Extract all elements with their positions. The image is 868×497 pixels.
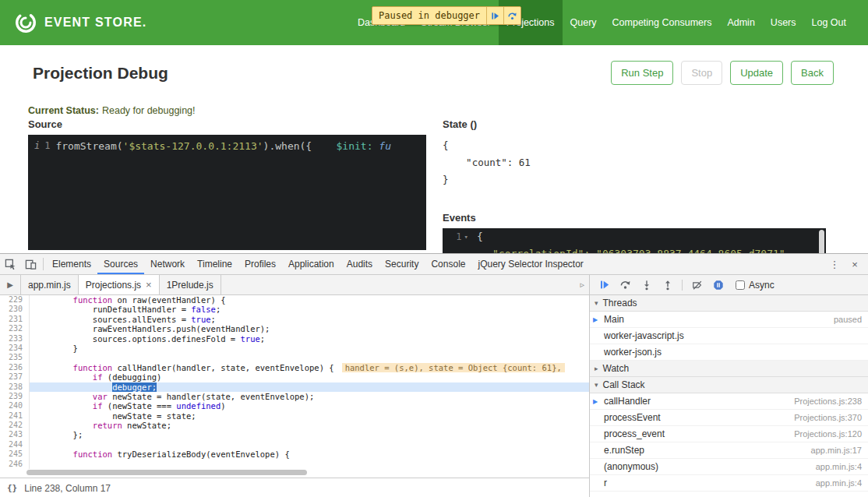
deactivate-breakpoints-button[interactable] — [687, 277, 707, 294]
call-stack-frame[interactable]: rapp.min.js:4 — [590, 475, 868, 492]
logo[interactable]: EVENT STORE. — [14, 11, 146, 34]
threads-section-header[interactable]: ▾ Threads — [590, 295, 868, 312]
code-line[interactable]: 231 sources.allEvents = true; — [0, 315, 589, 324]
frame-location[interactable]: app.min.js:17 — [811, 446, 862, 455]
back-button[interactable]: Back — [791, 61, 834, 85]
line-number[interactable]: 244 — [0, 440, 30, 449]
frame-location[interactable]: Projections.js:120 — [794, 429, 862, 439]
code-line[interactable]: 241 newState = state; — [0, 411, 589, 421]
code-line[interactable]: 240 if (newState === undefined) — [0, 401, 589, 411]
code-line[interactable]: 229 function on_raw(eventHandler) { — [0, 295, 589, 305]
tab-jquery-selector-inspector[interactable]: jQuery Selector Inspector — [471, 254, 589, 274]
line-number[interactable]: 231 — [0, 315, 30, 324]
banner-step-over-button[interactable] — [503, 7, 520, 24]
nav-item-users[interactable]: Users — [763, 0, 804, 45]
file-tab-1prelude-js[interactable]: 1Prelude.js — [160, 275, 221, 294]
devtools-close-icon[interactable]: × — [845, 254, 865, 274]
tab-elements[interactable]: Elements — [46, 254, 97, 274]
line-number[interactable]: 235 — [0, 353, 30, 362]
frame-location[interactable]: app.min.js:4 — [816, 462, 862, 471]
code-editor[interactable]: 229 function on_raw(eventHandler) {230 r… — [0, 295, 589, 478]
call-stack-frame[interactable]: ▶callHandlerProjections.js:238 — [590, 393, 868, 410]
nav-item-competing-consumers[interactable]: Competing Consumers — [605, 0, 720, 45]
line-number[interactable]: 241 — [0, 411, 30, 421]
line-number[interactable]: 242 — [0, 421, 30, 430]
frame-location[interactable]: Projections.js:370 — [794, 413, 862, 422]
tab-security[interactable]: Security — [379, 254, 425, 274]
line-number[interactable]: 233 — [0, 334, 30, 344]
code-line[interactable]: 232 rawEventHandlers.push(eventHandler); — [0, 324, 589, 333]
show-navigator-icon[interactable]: ▶ — [0, 275, 21, 294]
code-line[interactable]: 242 return newState; — [0, 421, 589, 430]
code-line[interactable]: 244 — [0, 440, 589, 449]
horizontal-scrollbar[interactable] — [26, 470, 307, 475]
code-line[interactable]: 234 } — [0, 344, 589, 353]
pretty-print-button[interactable]: {} — [7, 483, 17, 493]
line-number[interactable]: 238 — [0, 382, 30, 392]
line-number[interactable]: 243 — [0, 430, 30, 439]
code-line[interactable]: 245 function tryDeserializeBody(eventEnv… — [0, 449, 589, 459]
tab-application[interactable]: Application — [282, 254, 340, 274]
code-line[interactable]: 235 — [0, 353, 589, 362]
code-line[interactable]: 239 var newState = handler(state, eventE… — [0, 392, 589, 401]
code-line[interactable]: 243 }; — [0, 430, 589, 439]
run-step-button[interactable]: Run Step — [611, 61, 673, 85]
banner-resume-button[interactable] — [486, 7, 503, 24]
panel-toggle-icon[interactable]: ▹ — [580, 275, 589, 294]
resume-script-button[interactable] — [595, 277, 614, 294]
events-editor[interactable]: 1 ▾ { "correlationId": "06303703-8837-44… — [443, 228, 826, 253]
async-toggle[interactable]: Async — [736, 280, 774, 291]
line-number[interactable]: 240 — [0, 401, 30, 411]
line-number[interactable]: 237 — [0, 372, 30, 382]
line-number[interactable]: 245 — [0, 449, 30, 459]
thread-row[interactable]: worker-javascript.js — [590, 328, 868, 344]
call-stack-frame[interactable]: process_eventProjections.js:120 — [590, 426, 868, 442]
step-over-button[interactable] — [616, 277, 635, 294]
nav-item-query[interactable]: Query — [563, 0, 605, 45]
thread-row[interactable]: ▶Mainpaused — [590, 312, 868, 328]
code-line[interactable]: 230 runDefaultHandler = false; — [0, 305, 589, 314]
device-toolbar-icon[interactable] — [20, 254, 41, 274]
code-line[interactable]: 236 function callHandler(handler, state,… — [0, 363, 589, 372]
nav-item-log-out[interactable]: Log Out — [804, 0, 854, 45]
step-out-button[interactable] — [658, 277, 677, 294]
pause-on-exceptions-button[interactable] — [708, 277, 728, 294]
code-line[interactable]: 237 if (debugging) — [0, 372, 589, 382]
thread-row[interactable]: worker-json.js — [590, 344, 868, 361]
close-file-icon[interactable]: × — [146, 279, 152, 291]
frame-location[interactable]: app.min.js:4 — [816, 478, 862, 488]
call-stack-frame[interactable]: (anonymous)app.min.js:4 — [590, 459, 868, 475]
frame-location[interactable]: Projections.js:238 — [794, 397, 862, 406]
update-button[interactable]: Update — [730, 61, 783, 85]
line-number[interactable]: 230 — [0, 305, 30, 314]
step-into-button[interactable] — [637, 277, 656, 294]
events-scrollbar[interactable] — [819, 230, 824, 253]
tab-network[interactable]: Network — [144, 254, 191, 274]
tab-audits[interactable]: Audits — [340, 254, 379, 274]
fold-caret-icon[interactable]: ▾ — [464, 228, 468, 245]
line-number[interactable]: 229 — [0, 295, 30, 305]
tab-profiles[interactable]: Profiles — [238, 254, 282, 274]
async-checkbox[interactable] — [736, 280, 745, 290]
line-number[interactable]: 232 — [0, 324, 30, 333]
call-stack-frame[interactable]: e.runStepapp.min.js:17 — [590, 442, 868, 459]
file-tab-projections-js[interactable]: Projections.js× — [79, 275, 160, 294]
tab-sources[interactable]: Sources — [97, 254, 144, 274]
call-stack-frame[interactable]: processEventProjections.js:370 — [590, 410, 868, 426]
code-line[interactable]: 246 — [0, 460, 589, 469]
tab-console[interactable]: Console — [425, 254, 471, 274]
line-number[interactable]: 239 — [0, 392, 30, 401]
nav-item-admin[interactable]: Admin — [719, 0, 762, 45]
code-line[interactable]: 238 debugger; — [0, 382, 589, 392]
inspect-element-icon[interactable] — [0, 254, 20, 274]
tab-timeline[interactable]: Timeline — [191, 254, 238, 274]
call-stack-section-header[interactable]: ▾ Call Stack — [590, 377, 868, 393]
source-code-editor[interactable]: i 1 fromStream('$stats-127.0.0.1:2113').… — [28, 135, 426, 250]
line-number[interactable]: 234 — [0, 344, 30, 353]
line-number[interactable]: 246 — [0, 460, 30, 469]
watch-section-header[interactable]: ▸ Watch — [590, 361, 868, 377]
line-number[interactable]: 236 — [0, 363, 30, 372]
devtools-menu-icon[interactable]: ⋮ — [824, 254, 845, 274]
code-line[interactable]: 233 sources.options.definesFold = true; — [0, 334, 589, 344]
file-tab-app-min-js[interactable]: app.min.js — [21, 275, 79, 294]
